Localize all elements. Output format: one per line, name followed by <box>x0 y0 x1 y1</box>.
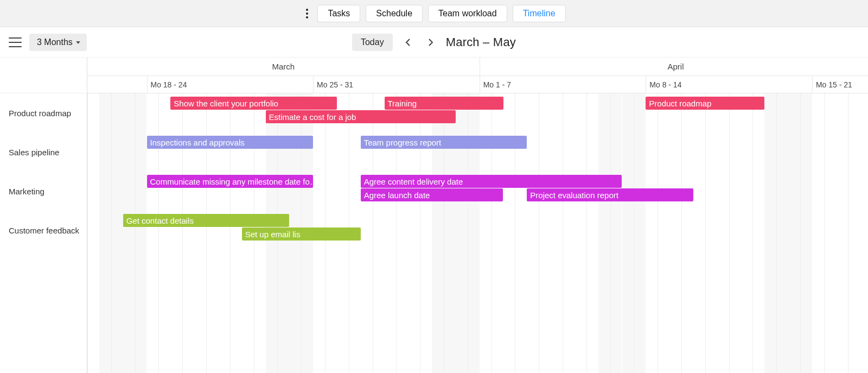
tab-schedule[interactable]: Schedule <box>366 5 423 22</box>
range-title: March – May <box>446 35 516 49</box>
task-bar[interactable]: Training <box>385 97 503 110</box>
week-header[interactable]: Mo 1 - 7 <box>480 76 646 93</box>
sidebar-header <box>0 58 87 93</box>
prev-button[interactable] <box>400 35 416 50</box>
month-header: April <box>480 58 868 75</box>
group-label[interactable]: Customer feedback <box>0 211 87 250</box>
task-bar[interactable]: Get contact details <box>123 214 290 227</box>
task-bar[interactable]: Set up email lis <box>242 227 361 241</box>
task-bar[interactable]: Agree content delivery date <box>361 175 622 188</box>
tab-workload[interactable]: Team workload <box>428 5 507 22</box>
group-label[interactable]: Product roadmap <box>0 93 87 132</box>
task-bar[interactable]: Team progress report <box>361 136 527 149</box>
month-header: March <box>87 58 480 75</box>
today-button[interactable]: Today <box>352 34 393 51</box>
task-bar[interactable]: Product roadmap <box>646 97 764 110</box>
week-header[interactable]: Mo 15 - 21 <box>812 76 868 93</box>
week-header[interactable]: Mo 18 - 24 <box>147 76 314 93</box>
task-bar[interactable]: Inspections and approvals <box>147 136 314 149</box>
task-bar[interactable]: Agree launch date <box>361 188 503 201</box>
chevron-down-icon <box>76 41 80 44</box>
next-button[interactable] <box>423 35 438 50</box>
menu-icon[interactable] <box>9 37 22 47</box>
task-bar[interactable]: Communicate missing any milestone date f… <box>147 175 314 188</box>
task-bar[interactable]: Estimate a cost for a job <box>266 110 456 123</box>
more-icon[interactable] <box>302 5 312 22</box>
range-select[interactable]: 3 Months <box>29 34 87 51</box>
group-label[interactable]: Marketing <box>0 172 87 211</box>
range-select-label: 3 Months <box>37 37 73 47</box>
task-bar[interactable]: Show the client your portfolio <box>170 97 337 110</box>
week-header[interactable]: Mo 8 - 14 <box>646 76 812 93</box>
tab-tasks[interactable]: Tasks <box>317 5 360 22</box>
week-header[interactable]: Mo 25 - 31 <box>313 76 480 93</box>
tab-timeline[interactable]: Timeline <box>513 5 566 22</box>
task-bar[interactable]: Project evaluation report <box>527 188 693 201</box>
group-label[interactable]: Sales pipeline <box>0 132 87 172</box>
